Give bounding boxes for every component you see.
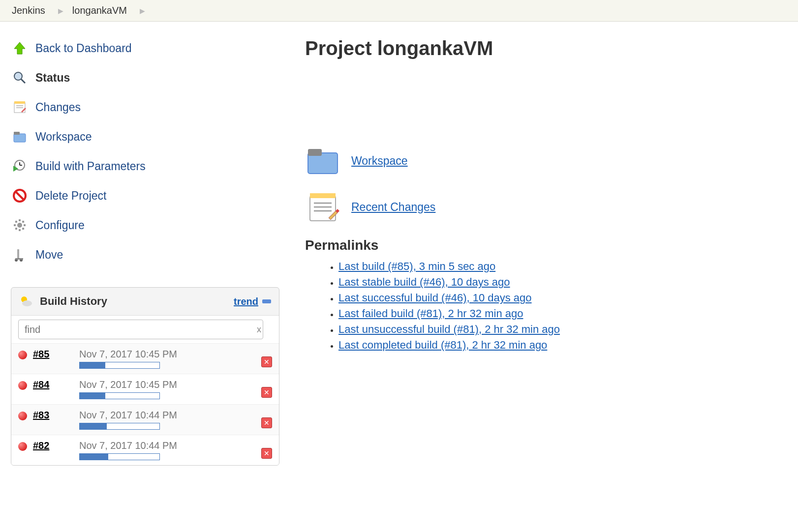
permalink-item: Last build (#85), 3 min 5 sec ago (338, 260, 788, 273)
build-number-link[interactable]: #85 (33, 349, 49, 359)
chevron-right-icon: ▶ (58, 7, 63, 15)
sidebar-item-move[interactable]: Move (11, 240, 285, 269)
no-entry-icon (11, 187, 29, 205)
permalink-link[interactable]: Last successful build (#46), 10 days ago (338, 292, 532, 304)
permalink-item: Last failed build (#81), 2 hr 32 min ago (338, 307, 788, 320)
folder-icon (305, 143, 340, 178)
folder-icon (11, 128, 29, 146)
sidebar-item-changes[interactable]: Changes (11, 92, 285, 122)
sidebar-item-label[interactable]: Delete Project (35, 189, 106, 203)
up-arrow-icon (11, 39, 29, 57)
permalink-link[interactable]: Last failed build (#81), 2 hr 32 min ago (338, 307, 523, 320)
workspace-link[interactable]: Workspace (351, 154, 408, 168)
svg-rect-16 (19, 229, 21, 231)
permalink-item: Last completed build (#81), 2 hr 32 min … (338, 339, 788, 352)
svg-rect-15 (22, 228, 24, 230)
trend-link[interactable]: trend (234, 296, 258, 307)
svg-rect-25 (15, 258, 23, 260)
svg-rect-3 (14, 101, 25, 104)
page-title: Project longankaVM (305, 37, 788, 59)
build-row: #82Nov 7, 2017 10:44 PM✕ (11, 435, 279, 465)
svg-rect-29 (308, 149, 322, 156)
gear-icon (11, 216, 29, 234)
cancel-build-button[interactable]: ✕ (261, 417, 272, 428)
chevron-right-icon: ▶ (140, 7, 145, 15)
notepad-icon (305, 189, 340, 225)
build-row: #85Nov 7, 2017 10:45 PM✕ (11, 343, 279, 374)
permalink-link[interactable]: Last build (#85), 3 min 5 sec ago (338, 260, 495, 272)
svg-point-0 (14, 72, 22, 80)
build-row: #84Nov 7, 2017 10:45 PM✕ (11, 374, 279, 404)
weather-icon (19, 295, 33, 308)
breadcrumb: Jenkins ▶ longankaVM ▶ (0, 0, 798, 22)
svg-rect-6 (14, 134, 26, 142)
svg-point-27 (22, 300, 32, 306)
sidebar-item-build-with-parameters[interactable]: Build with Parameters (11, 151, 285, 181)
sidebar-item-label[interactable]: Move (35, 248, 63, 262)
sidebar-item-label[interactable]: Status (35, 71, 70, 85)
svg-line-1 (21, 79, 25, 83)
permalink-item: Last unsuccessful build (#81), 2 hr 32 m… (338, 323, 788, 336)
svg-rect-20 (19, 219, 21, 221)
build-row: #83Nov 7, 2017 10:44 PM✕ (11, 404, 279, 435)
svg-rect-17 (15, 228, 17, 230)
permalink-link[interactable]: Last stable build (#46), 10 days ago (338, 276, 510, 288)
build-number-link[interactable]: #82 (33, 440, 49, 451)
svg-rect-18 (14, 224, 16, 226)
build-progress-bar (79, 423, 160, 430)
sidebar-item-delete-project[interactable]: Delete Project (11, 181, 285, 210)
build-timestamp: Nov 7, 2017 10:45 PM (79, 379, 261, 390)
sidebar-item-back-to-dashboard[interactable]: Back to Dashboard (11, 33, 285, 63)
breadcrumb-root[interactable]: Jenkins (12, 5, 45, 16)
status-ball-red-icon (18, 412, 27, 420)
sidebar-item-workspace[interactable]: Workspace (11, 122, 285, 151)
sidebar-item-label[interactable]: Configure (35, 219, 85, 232)
collapse-icon[interactable] (262, 299, 271, 303)
cancel-build-button[interactable]: ✕ (261, 387, 272, 398)
build-progress-bar (79, 362, 160, 369)
svg-rect-7 (14, 132, 20, 135)
dolly-icon (11, 246, 29, 264)
status-ball-red-icon (18, 442, 27, 451)
permalink-item: Last successful build (#46), 10 days ago (338, 292, 788, 304)
svg-rect-14 (24, 224, 26, 226)
build-timestamp: Nov 7, 2017 10:45 PM (79, 349, 261, 360)
build-timestamp: Nov 7, 2017 10:44 PM (79, 440, 261, 451)
svg-rect-22 (17, 249, 19, 259)
sidebar-item-label[interactable]: Build with Parameters (35, 160, 146, 173)
clock-play-icon (11, 157, 29, 175)
permalink-link[interactable]: Last completed build (#81), 2 hr 32 min … (338, 339, 547, 351)
clear-find-icon[interactable]: x (257, 325, 261, 335)
recent-changes-link[interactable]: Recent Changes (351, 201, 435, 214)
build-history-panel: Build History trend x #85Nov 7, 2017 10:… (11, 287, 279, 466)
svg-rect-19 (15, 221, 17, 223)
sidebar-item-label[interactable]: Back to Dashboard (35, 42, 132, 55)
sidebar-item-status[interactable]: Status (11, 63, 285, 92)
build-timestamp: Nov 7, 2017 10:44 PM (79, 410, 261, 421)
sidebar-item-label[interactable]: Changes (35, 101, 81, 114)
build-number-link[interactable]: #84 (33, 379, 49, 390)
svg-rect-21 (22, 221, 24, 223)
svg-point-13 (17, 223, 22, 228)
build-number-link[interactable]: #83 (33, 410, 49, 420)
build-history-title: Build History (40, 295, 234, 308)
cancel-build-button[interactable]: ✕ (261, 448, 272, 459)
svg-rect-31 (310, 193, 336, 198)
magnifier-icon (11, 69, 29, 87)
sidebar-item-configure[interactable]: Configure (11, 210, 285, 240)
sidebar-item-label[interactable]: Workspace (35, 130, 92, 144)
svg-rect-28 (308, 153, 338, 174)
permalinks-heading: Permalinks (305, 237, 788, 253)
status-ball-red-icon (18, 351, 27, 359)
build-progress-bar (79, 392, 160, 399)
status-ball-red-icon (18, 381, 27, 390)
build-history-find-input[interactable] (18, 320, 263, 339)
permalink-item: Last stable build (#46), 10 days ago (338, 276, 788, 289)
breadcrumb-project[interactable]: longankaVM (72, 5, 127, 16)
cancel-build-button[interactable]: ✕ (261, 356, 272, 367)
permalink-link[interactable]: Last unsuccessful build (#81), 2 hr 32 m… (338, 323, 560, 335)
build-progress-bar (79, 453, 160, 460)
notepad-icon (11, 98, 29, 116)
